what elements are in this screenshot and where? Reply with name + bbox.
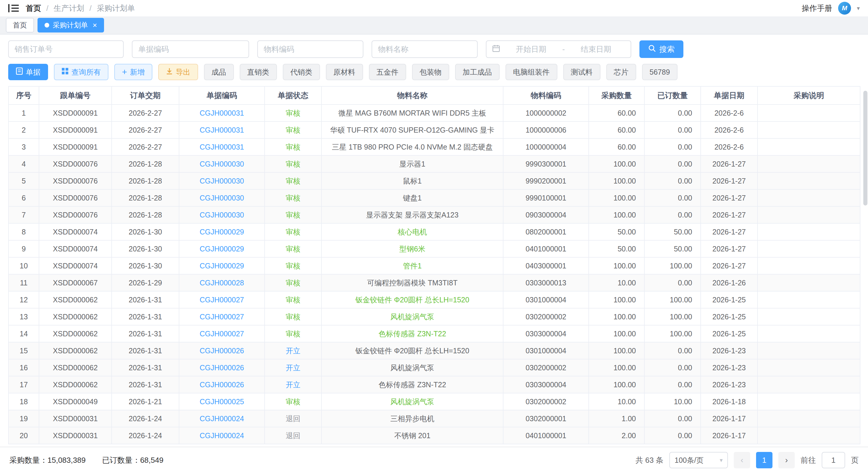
doc-no-link[interactable]: CGJH000030 — [199, 211, 244, 219]
category-button[interactable]: 成品 — [204, 64, 234, 80]
cell-doc-date: 2026-1-27 — [701, 206, 757, 223]
vertical-scrollbar[interactable] — [863, 91, 867, 205]
prev-page-button[interactable]: ‹ — [734, 452, 750, 468]
menu-toggle-icon[interactable] — [8, 3, 19, 13]
material-name-input[interactable] — [378, 45, 471, 54]
cell-ordered-qty: 0.00 — [644, 122, 701, 138]
doc-no-link[interactable]: CGJH000028 — [199, 279, 244, 287]
doc-no-link[interactable]: CGJH000024 — [199, 414, 244, 423]
cell-seq: 17 — [8, 376, 39, 393]
doc-no-link[interactable]: CGJH000029 — [199, 262, 244, 270]
breadcrumb-item[interactable]: 首页 — [26, 3, 41, 13]
cell-note — [757, 122, 860, 138]
category-button[interactable]: 原材料 — [326, 64, 363, 80]
table-row: 3XSDD0000912026-2-27CGJH000031审核三星 1TB 9… — [8, 138, 860, 156]
cell-doc-date: 2026-2-6 — [701, 138, 757, 156]
doc-no-link[interactable]: CGJH000030 — [199, 177, 244, 185]
doc-no-link[interactable]: CGJH000029 — [199, 228, 244, 236]
category-button[interactable]: 包装物 — [412, 64, 449, 80]
document-button[interactable]: 单据 — [8, 64, 48, 80]
tab-home[interactable]: 首页 — [6, 18, 34, 33]
avatar[interactable]: M — [838, 2, 851, 14]
cell-note — [757, 342, 860, 359]
cell-doc-date: 2026-1-25 — [701, 325, 757, 342]
cell-order-no: XSDD000074 — [39, 257, 112, 274]
cell-status: 审核 — [265, 138, 321, 156]
cell-order-no: XSDD000031 — [39, 410, 112, 427]
cell-material-code: 1000000004 — [503, 138, 589, 156]
doc-no-link[interactable]: CGJH000025 — [199, 398, 244, 406]
doc-no-link[interactable]: CGJH000024 — [199, 432, 244, 440]
cell-doc-no: CGJH000031 — [179, 122, 265, 138]
category-button[interactable]: 56789 — [642, 64, 678, 80]
add-button[interactable]: + 新增 — [114, 64, 152, 80]
export-button[interactable]: 导出 — [158, 64, 198, 80]
cell-status: 审核 — [265, 223, 321, 240]
doc-no-link[interactable]: CGJH000030 — [199, 194, 244, 202]
manual-link[interactable]: 操作手册 — [802, 3, 832, 13]
doc-no-link[interactable]: CGJH000027 — [199, 330, 244, 338]
doc-no-link[interactable]: CGJH000031 — [199, 109, 244, 117]
close-icon[interactable]: × — [93, 21, 97, 29]
cell-purchase-qty: 100.00 — [589, 291, 644, 308]
material-code-input[interactable] — [264, 45, 357, 54]
breadcrumb-separator: / — [46, 4, 48, 13]
doc-no-link[interactable]: CGJH000026 — [199, 380, 244, 389]
page-1-button[interactable]: 1 — [756, 452, 772, 468]
cell-ordered-qty: 0.00 — [644, 138, 701, 156]
sales-order-input[interactable] — [14, 45, 117, 54]
cell-purchase-qty: 100.00 — [589, 359, 644, 376]
cell-status: 审核 — [265, 172, 321, 190]
cell-note — [757, 359, 860, 376]
cell-material-name: 管件1 — [321, 257, 503, 274]
category-button[interactable]: 测试料 — [563, 64, 600, 80]
goto-page-input[interactable] — [822, 452, 845, 468]
breadcrumb-item[interactable]: 生产计划 — [54, 3, 84, 13]
doc-code-input[interactable] — [138, 45, 243, 54]
search-button[interactable]: 搜索 — [640, 40, 683, 58]
doc-no-link[interactable]: CGJH000026 — [199, 346, 244, 355]
cell-status: 审核 — [265, 308, 321, 325]
cell-seq: 19 — [8, 410, 39, 427]
column-header: 跟单编号 — [39, 86, 112, 104]
breadcrumb: 首页/生产计划/采购计划单 — [26, 3, 135, 13]
next-page-button[interactable]: › — [778, 452, 795, 468]
cell-purchase-qty: 100.00 — [589, 190, 644, 206]
doc-no-link[interactable]: CGJH000031 — [199, 143, 244, 151]
cell-material-code: 0303000004 — [503, 325, 589, 342]
doc-no-link[interactable]: CGJH000027 — [199, 313, 244, 321]
doc-no-link[interactable]: CGJH000027 — [199, 296, 244, 304]
category-button[interactable]: 芯片 — [606, 64, 636, 80]
category-button[interactable]: 代销类 — [283, 64, 320, 80]
cell-material-code: 0303000004 — [503, 376, 589, 393]
tab-purchase-plan[interactable]: 采购计划单 × — [37, 18, 104, 33]
doc-no-link[interactable]: CGJH000026 — [199, 364, 244, 372]
cell-purchase-qty: 2.00 — [589, 427, 644, 444]
cell-due-date: 2026-2-27 — [112, 104, 179, 122]
cell-doc-no: CGJH000028 — [179, 274, 265, 291]
query-all-button[interactable]: 查询所有 — [54, 64, 108, 80]
doc-no-link[interactable]: CGJH000029 — [199, 245, 244, 253]
cell-material-name: 色标传感器 Z3N-T22 — [321, 376, 503, 393]
cell-ordered-qty: 50.00 — [644, 240, 701, 257]
page-size-select[interactable]: 100条/页 ▾ — [669, 452, 728, 468]
category-button[interactable]: 电脑组装件 — [505, 64, 557, 80]
doc-no-link[interactable]: CGJH000031 — [199, 126, 244, 134]
chevron-down-icon[interactable]: ▾ — [857, 5, 860, 12]
category-button[interactable]: 五金件 — [369, 64, 406, 80]
category-button[interactable]: 直销类 — [240, 64, 277, 80]
cell-doc-no: CGJH000027 — [179, 308, 265, 325]
column-header: 单据编码 — [179, 86, 265, 104]
cell-seq: 20 — [8, 427, 39, 444]
cell-doc-no: CGJH000031 — [179, 104, 265, 122]
end-date-placeholder: 结束日期 — [567, 44, 625, 55]
cell-seq: 9 — [8, 240, 39, 257]
cell-ordered-qty: 10.00 — [644, 393, 701, 410]
tab-bar: 首页 采购计划单 × — [0, 16, 868, 35]
column-header: 采购说明 — [757, 86, 860, 104]
date-range-picker[interactable]: 开始日期 - 结束日期 — [486, 40, 631, 58]
doc-no-link[interactable]: CGJH000030 — [199, 160, 244, 168]
cell-due-date: 2026-1-28 — [112, 156, 179, 172]
cell-doc-date: 2026-2-6 — [701, 104, 757, 122]
category-button[interactable]: 加工成品 — [455, 64, 500, 80]
